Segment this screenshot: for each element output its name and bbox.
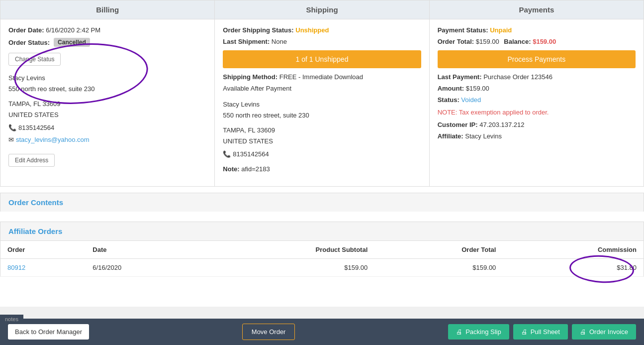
affiliate-order-link[interactable]: 80912 (7, 264, 25, 271)
shipping-city-state-zip: TAMPA, FL 33609 (223, 125, 421, 136)
shipping-status-label: Order Shipping Status: (223, 26, 293, 34)
email-icon: ✉ (8, 134, 14, 145)
order-status-label: Order Status: (8, 39, 50, 46)
col-order: Order (0, 241, 86, 259)
last-shipment-value: None (272, 38, 287, 45)
process-payments-button[interactable]: Process Payments (438, 50, 636, 68)
billing-name: Stacy Levins (8, 73, 206, 84)
order-total-label: Order Total: (438, 38, 474, 45)
shipping-status-value: Unshipped (295, 26, 329, 34)
billing-header: Billing (0, 0, 214, 19)
balance-label: Balance: (504, 38, 531, 45)
voided-status-value: Voided (461, 96, 481, 104)
edit-address-button[interactable]: Edit Address (8, 154, 55, 167)
affiliate-label: Affiliate: (438, 132, 463, 140)
available-after-payment: Available After Payment (223, 85, 421, 92)
col-product-subtotal: Product Subtotal (199, 241, 375, 259)
affiliate-value: Stacy Levins (465, 132, 502, 140)
payment-status-label: Payment Status: (438, 26, 488, 34)
affiliate-date: 6/16/2020 (86, 258, 199, 276)
note-value: afid=2183 (241, 165, 270, 173)
shipping-country: UNITED STATES (223, 136, 421, 147)
amount-label: Amount: (438, 85, 464, 92)
shipping-address1: 550 north reo street, suite 230 (223, 110, 421, 121)
customer-ip-value: 47.203.137.212 (479, 121, 524, 128)
shipping-header: Shipping (215, 0, 429, 19)
shipping-phone-icon: 📞 (223, 149, 231, 160)
billing-city-state-zip: TAMPA, FL 33609 (8, 99, 206, 110)
order-contents-header: Order Contents (0, 193, 644, 212)
last-payment-value: Purchase Order 123546 (483, 73, 552, 81)
voided-status-label: Status: (438, 96, 460, 104)
affiliate-product-subtotal: $159.00 (199, 258, 375, 276)
billing-email-link[interactable]: stacy_levins@yahoo.com (16, 134, 90, 145)
shipping-method-value: FREE - Immediate Download (279, 73, 363, 81)
payment-status-value: Unpaid (490, 26, 512, 34)
billing-phone: 8135142564 (18, 122, 54, 133)
affiliate-commission: $31.80 (503, 258, 644, 276)
order-status-badge: Cancelled (54, 38, 90, 47)
balance-value: $159.00 (533, 38, 556, 45)
unshipped-button[interactable]: 1 of 1 Unshipped (223, 50, 421, 68)
affiliate-table-row: 80912 6/16/2020 $159.00 $159.00 $31.80 (0, 258, 644, 276)
customer-ip-label: Customer IP: (438, 121, 478, 128)
shipping-phone: 8135142564 (233, 149, 269, 160)
payments-header: Payments (430, 0, 644, 19)
order-date-label: Order Date: (8, 26, 44, 34)
affiliate-order-total: $159.00 (374, 258, 503, 276)
col-date: Date (86, 241, 199, 259)
billing-address1: 550 north reo street, suite 230 (8, 84, 206, 95)
tax-exemption-note: NOTE: Tax exemption applied to order. (438, 109, 636, 116)
note-label: Note: (223, 165, 239, 173)
phone-icon: 📞 (8, 122, 16, 133)
affiliate-orders-header: Affiliate Orders (0, 222, 644, 241)
last-payment-label: Last Payment: (438, 73, 482, 81)
amount-value: $159.00 (466, 85, 489, 92)
col-order-total: Order Total (374, 241, 503, 259)
affiliate-order-link-cell[interactable]: 80912 (0, 258, 86, 276)
last-shipment-label: Last Shipment: (223, 38, 270, 45)
order-total-value: $159.00 (476, 38, 499, 45)
billing-country: UNITED STATES (8, 110, 206, 120)
change-status-button[interactable]: Change Status (8, 53, 61, 66)
col-commission: Commission (503, 241, 644, 259)
shipping-name: Stacy Levins (223, 99, 421, 110)
shipping-method-label: Shipping Method: (223, 73, 277, 81)
order-date-value: 6/16/2020 2:42 PM (46, 26, 100, 34)
